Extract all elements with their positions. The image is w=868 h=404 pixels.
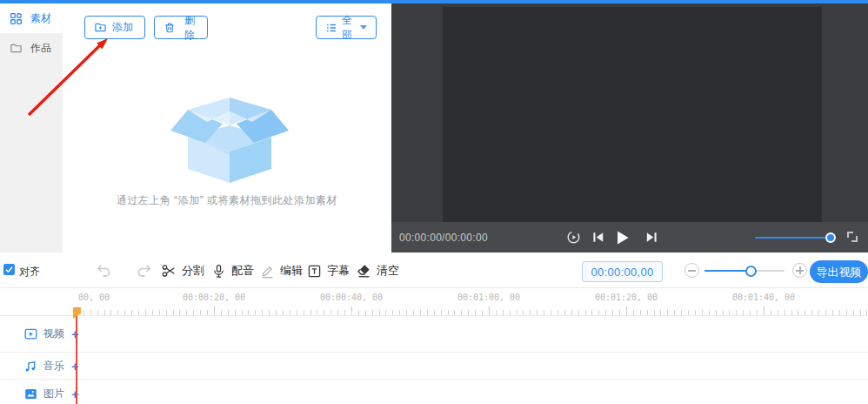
timeline-zoom-knob[interactable] xyxy=(745,266,757,277)
undo-icon[interactable] xyxy=(94,261,112,279)
ruler-label: 00:01:40, 00 xyxy=(732,293,795,302)
empty-box-illustration xyxy=(169,92,290,184)
preview-panel: 00:00:00/00:00:00 xyxy=(391,3,868,252)
list-filter-icon xyxy=(325,22,337,34)
zoom-out-icon[interactable] xyxy=(684,263,699,278)
align-checkbox[interactable] xyxy=(3,264,15,275)
dub-tool[interactable]: 配音 xyxy=(211,262,254,279)
dub-label: 配音 xyxy=(231,263,254,279)
music-track-lane[interactable]: 音乐 + xyxy=(0,353,868,380)
loop-play-icon[interactable] xyxy=(565,229,582,246)
ruler-label: 00:00:20, 00 xyxy=(183,293,245,302)
track-name: 视频 xyxy=(43,327,64,341)
scissors-icon xyxy=(161,263,177,279)
clear-tool[interactable]: 清空 xyxy=(356,262,399,279)
volume-slider[interactable] xyxy=(755,237,830,239)
play-icon[interactable] xyxy=(612,228,631,247)
video-editor-app: 素材 作品 添加 xyxy=(0,0,868,404)
eraser-icon xyxy=(356,263,371,279)
filter-selected-label: 全部 xyxy=(342,13,354,43)
edit-label: 编辑 xyxy=(280,263,303,279)
ruler-label: 00:00:40, 00 xyxy=(320,293,383,302)
ruler-label: 00, 00 xyxy=(78,293,110,302)
zoom-in-icon[interactable] xyxy=(792,263,807,278)
ruler-minor-ticks xyxy=(77,310,868,315)
delete-button[interactable]: 删除 xyxy=(154,16,208,39)
empty-state-hint: 通过左上角 “添加” 或将素材拖到此处添加素材 xyxy=(63,193,391,208)
next-frame-icon[interactable] xyxy=(644,229,660,246)
video-track-icon xyxy=(23,327,38,341)
video-track-label: 视频 + xyxy=(23,327,79,341)
clear-label: 清空 xyxy=(377,263,399,279)
edit-tool[interactable]: 编辑 xyxy=(260,262,303,279)
timeline-ruler[interactable]: 00, 00 00:00:20, 00 00:00:40, 00 00:01:0… xyxy=(0,288,868,316)
sidebar-item-material[interactable]: 素材 xyxy=(0,3,63,33)
previous-frame-icon[interactable] xyxy=(590,229,606,246)
ruler-label: 00:01:20, 00 xyxy=(595,293,658,302)
add-button-label: 添加 xyxy=(112,20,133,35)
video-frame xyxy=(443,7,822,222)
timeline-area: 00, 00 00:00:20, 00 00:00:40, 00 00:01:0… xyxy=(0,288,868,404)
music-track-label: 音乐 + xyxy=(23,359,79,374)
music-track-icon xyxy=(23,359,38,374)
trash-icon xyxy=(164,22,176,34)
export-video-button[interactable]: 导出视频 xyxy=(810,260,868,283)
timeline-zoom-slider-fill xyxy=(704,270,750,272)
redo-icon[interactable] xyxy=(136,261,154,279)
playback-time: 00:00:00/00:00:00 xyxy=(399,232,488,244)
subtitle-label: 字幕 xyxy=(327,263,350,279)
video-track-lane[interactable]: 视频 + xyxy=(0,316,868,353)
subtitle-icon xyxy=(307,264,322,279)
playhead-line xyxy=(76,316,77,404)
subtitle-tool[interactable]: 字幕 xyxy=(307,262,350,279)
microphone-icon xyxy=(211,264,226,279)
pencil-icon xyxy=(260,264,275,279)
ruler-label: 00:01:00, 00 xyxy=(457,293,520,302)
sidebar-item-label: 素材 xyxy=(30,11,51,26)
split-label: 分割 xyxy=(182,263,204,279)
current-time-display[interactable]: 00:00:00,00 xyxy=(582,261,663,282)
grid-icon xyxy=(10,12,23,25)
chevron-down-icon xyxy=(360,25,367,30)
image-track-icon xyxy=(23,387,38,401)
track-name: 音乐 xyxy=(43,359,64,374)
split-tool[interactable]: 分割 xyxy=(161,262,204,279)
track-name: 图片 xyxy=(43,387,64,401)
image-track-label: 图片 + xyxy=(23,387,79,401)
playback-controls: 00:00:00/00:00:00 xyxy=(391,222,868,252)
delete-button-label: 删除 xyxy=(181,13,198,43)
image-track-lane[interactable]: 图片 + xyxy=(0,380,868,404)
timeline-toolbar: 对齐 分割 xyxy=(0,252,868,288)
filter-dropdown[interactable]: 全部 xyxy=(316,16,377,39)
align-label: 对齐 xyxy=(19,265,40,279)
annotation-arrow xyxy=(17,31,115,124)
volume-slider-knob[interactable] xyxy=(825,232,836,243)
fullscreen-icon[interactable] xyxy=(847,232,858,242)
